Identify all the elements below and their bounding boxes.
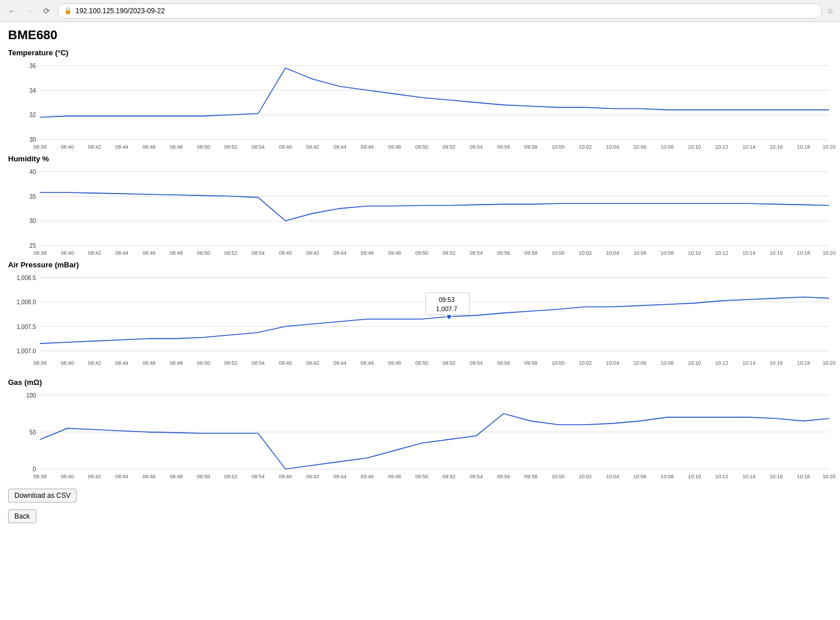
svg-text:10:08: 10:08	[661, 474, 674, 479]
svg-text:09:44: 09:44	[333, 144, 346, 150]
svg-text:10:12: 10:12	[715, 144, 728, 150]
svg-text:08:44: 08:44	[115, 360, 129, 366]
svg-text:08:40: 08:40	[61, 360, 74, 366]
svg-text:10:14: 10:14	[743, 474, 756, 479]
svg-text:09:54: 09:54	[470, 474, 483, 479]
svg-text:08:44: 08:44	[115, 144, 129, 150]
svg-text:10:20: 10:20	[823, 144, 836, 150]
svg-text:25: 25	[29, 243, 36, 249]
svg-text:08:42: 08:42	[88, 250, 101, 256]
address-bar: 🔒	[58, 3, 822, 18]
svg-text:10:20: 10:20	[823, 250, 836, 256]
action-buttons: Download as CSV Back	[8, 484, 832, 523]
humidity-chart: 40 35 30 25 08:38 08:40 08:42 08:44 08:4…	[8, 165, 832, 255]
svg-text:09:52: 09:52	[443, 474, 456, 479]
svg-text:10:04: 10:04	[606, 474, 619, 479]
gas-section: Gas (mΩ) 100 50 0 08:38 08:40 08:42 08:4…	[8, 378, 832, 478]
svg-text:10:06: 10:06	[634, 250, 647, 256]
svg-text:09:44: 09:44	[333, 474, 346, 479]
svg-text:08:46: 08:46	[142, 144, 156, 150]
svg-text:09:52: 09:52	[443, 250, 456, 256]
svg-text:09:50: 09:50	[415, 360, 428, 366]
svg-text:08:48: 08:48	[170, 474, 183, 479]
gas-title: Gas (mΩ)	[8, 378, 832, 387]
svg-text:50: 50	[29, 429, 36, 436]
browser-toolbar: ← → ⟳ 🔒 ☆	[0, 0, 840, 22]
svg-text:09:40: 09:40	[279, 360, 292, 366]
svg-text:09:58: 09:58	[524, 474, 537, 479]
svg-text:10:14: 10:14	[743, 360, 756, 366]
svg-text:09:48: 09:48	[388, 144, 401, 150]
back-button[interactable]: Back	[8, 509, 36, 523]
svg-text:08:52: 08:52	[224, 144, 238, 150]
svg-text:08:50: 08:50	[197, 144, 210, 150]
svg-text:10:12: 10:12	[715, 474, 728, 479]
svg-text:09:42: 09:42	[306, 250, 319, 256]
humidity-section: Humidity % 40 35 30 25 08:38 08:40 08:42…	[8, 154, 832, 255]
svg-text:08:48: 08:48	[170, 360, 183, 366]
bookmark-button[interactable]: ☆	[827, 6, 834, 16]
svg-text:09:40: 09:40	[279, 474, 292, 479]
svg-text:09:48: 09:48	[388, 250, 401, 256]
svg-text:09:50: 09:50	[415, 250, 428, 256]
svg-text:10:10: 10:10	[688, 250, 701, 256]
svg-text:10:08: 10:08	[661, 250, 674, 256]
svg-text:09:44: 09:44	[333, 250, 346, 256]
svg-text:40: 40	[29, 169, 36, 175]
page-title: BME680	[8, 28, 832, 43]
svg-text:10:02: 10:02	[579, 144, 592, 150]
reload-button[interactable]: ⟳	[40, 5, 53, 17]
svg-text:09:42: 09:42	[306, 360, 319, 366]
svg-text:08:42: 08:42	[88, 144, 101, 150]
temperature-title: Temperature (°C)	[8, 48, 832, 57]
forward-nav-button[interactable]: →	[23, 5, 36, 17]
pressure-section: Air Pressure (mBar) 1,008.5 1,008.0 1,00…	[8, 260, 832, 372]
svg-text:09:46: 09:46	[361, 360, 374, 366]
svg-text:10:20: 10:20	[823, 360, 836, 366]
gas-chart: 100 50 0 08:38 08:40 08:42 08:44 08:46 0…	[8, 389, 832, 478]
svg-text:08:52: 08:52	[224, 250, 238, 256]
svg-text:08:54: 08:54	[251, 474, 265, 479]
svg-text:08:46: 08:46	[142, 360, 156, 366]
svg-text:08:44: 08:44	[115, 250, 129, 256]
svg-text:08:40: 08:40	[61, 474, 74, 479]
svg-text:10:14: 10:14	[743, 250, 756, 256]
svg-text:09:52: 09:52	[442, 360, 455, 366]
svg-text:08:52: 08:52	[224, 474, 238, 479]
url-input[interactable]	[76, 7, 816, 15]
svg-text:1,008.5: 1,008.5	[17, 275, 36, 281]
svg-text:08:42: 08:42	[88, 474, 101, 479]
svg-text:09:56: 09:56	[497, 360, 510, 366]
pressure-chart: 1,008.5 1,008.0 1,007.5 1,007.0 09:53 1,…	[8, 271, 832, 372]
svg-text:09:44: 09:44	[333, 360, 346, 366]
svg-text:09:50: 09:50	[415, 144, 428, 150]
svg-text:09:56: 09:56	[497, 144, 510, 150]
svg-text:10:02: 10:02	[579, 474, 592, 479]
svg-text:30: 30	[29, 137, 36, 143]
svg-text:09:58: 09:58	[524, 360, 537, 366]
svg-text:08:54: 08:54	[251, 250, 265, 256]
svg-text:1,007.5: 1,007.5	[17, 323, 36, 330]
svg-text:34: 34	[29, 87, 36, 93]
svg-text:09:52: 09:52	[443, 144, 456, 150]
svg-text:09:48: 09:48	[388, 474, 401, 479]
svg-text:100: 100	[27, 392, 36, 399]
svg-text:09:54: 09:54	[470, 144, 483, 150]
svg-text:09:56: 09:56	[497, 474, 510, 479]
svg-text:08:38: 08:38	[33, 360, 47, 366]
back-nav-button[interactable]: ←	[6, 5, 18, 17]
svg-text:10:00: 10:00	[552, 144, 565, 150]
svg-text:10:12: 10:12	[715, 360, 728, 366]
svg-text:08:50: 08:50	[197, 474, 210, 479]
svg-text:10:16: 10:16	[770, 474, 783, 479]
svg-text:10:10: 10:10	[688, 144, 701, 150]
svg-text:08:50: 08:50	[197, 250, 210, 256]
svg-text:08:38: 08:38	[33, 144, 47, 150]
svg-text:09:54: 09:54	[470, 250, 483, 256]
security-icon: 🔒	[64, 7, 72, 14]
svg-text:09:46: 09:46	[361, 144, 374, 150]
svg-text:1,008.0: 1,008.0	[17, 299, 36, 305]
svg-text:08:50: 08:50	[197, 360, 210, 366]
svg-text:08:54: 08:54	[251, 360, 265, 366]
download-csv-button[interactable]: Download as CSV	[8, 489, 77, 502]
